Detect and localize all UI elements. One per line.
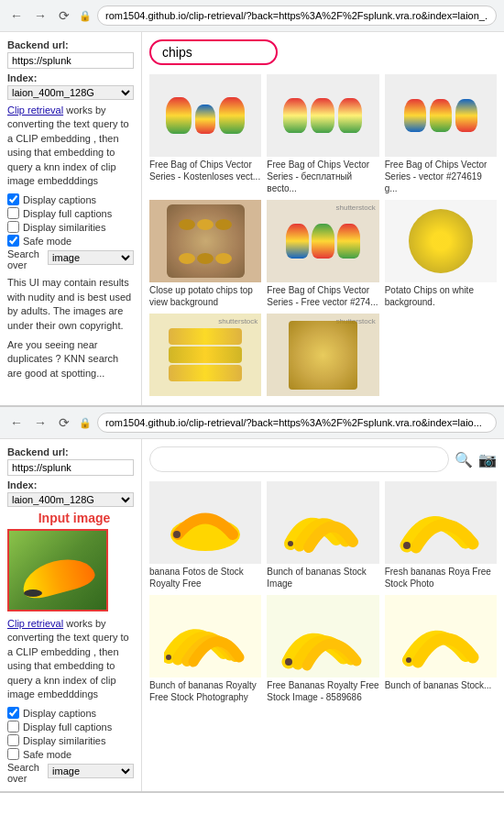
- image-item-2-0[interactable]: banana Fotos de Stock Royalty Free: [149, 481, 261, 589]
- refresh-button-2[interactable]: ⟳: [55, 413, 73, 432]
- forward-button-2[interactable]: →: [31, 413, 49, 432]
- safe-mode-row-1: Safe mode: [7, 235, 134, 247]
- image-item-1-7[interactable]: shutterstock: [267, 314, 378, 398]
- display-captions-row-2: Display captions: [7, 707, 134, 719]
- image-thumbnail-2-3: [149, 595, 261, 677]
- lock-icon-1: 🔒: [79, 10, 92, 22]
- image-caption-2-3: Bunch of bananas Royalty Free Stock Phot…: [149, 679, 261, 703]
- image-grid-1: Free Bag of Chips Vector Series - Kosten…: [149, 74, 497, 398]
- index-select-1[interactable]: laion_400m_128G: [7, 85, 134, 100]
- sidebar-2: Backend url: Index: laion_400m_128G Inpu…: [0, 439, 142, 791]
- image-item-1-1[interactable]: Free Bag of Chips Vector Series - беспла…: [267, 74, 378, 194]
- index-label-1: Index:: [7, 72, 134, 83]
- image-caption-1-4: Free Bag of Chips Vector Series - Free v…: [267, 284, 378, 308]
- svg-point-4: [166, 655, 171, 660]
- back-button-1[interactable]: ←: [7, 6, 26, 25]
- camera-button-2[interactable]: 📷: [478, 451, 497, 468]
- search-button-2[interactable]: 🔍: [455, 451, 473, 468]
- image-item-1-6[interactable]: shutterstock: [149, 314, 261, 398]
- display-similarities-label-2: Display similarities: [23, 735, 105, 746]
- image-caption-2-2: Fresh bananas Roya Free Stock Photo: [385, 566, 497, 589]
- back-button-2[interactable]: ←: [7, 413, 26, 432]
- image-item-1-4[interactable]: shutterstock Free Bag of Chips Vector Se…: [267, 200, 378, 308]
- search-over-label-2: Search over: [7, 762, 44, 784]
- input-image-thumbnail[interactable]: [7, 529, 108, 611]
- image-thumbnail-1-2: [385, 74, 497, 157]
- section-2: Backend url: Index: laion_400m_128G Inpu…: [0, 439, 504, 793]
- search-over-select-2[interactable]: image: [48, 764, 134, 778]
- display-full-captions-checkbox-2[interactable]: [7, 721, 19, 732]
- image-thumbnail-1-4: shutterstock: [267, 200, 378, 282]
- url-bar-2[interactable]: [97, 413, 497, 433]
- image-thumbnail-2-2: [385, 481, 497, 564]
- display-similarities-label-1: Display similarities: [23, 222, 105, 233]
- search-over-label-1: Search over: [7, 248, 44, 270]
- image-thumbnail-1-1: [267, 74, 378, 157]
- safe-mode-checkbox-1[interactable]: [7, 235, 19, 247]
- display-similarities-checkbox-2[interactable]: [7, 734, 19, 746]
- browser-bar-1: ← → ⟳ 🔒: [0, 0, 504, 32]
- search-input-1[interactable]: [149, 39, 278, 65]
- search-over-select-1[interactable]: image: [48, 250, 134, 265]
- backend-input-1[interactable]: [7, 52, 134, 69]
- display-captions-checkbox-1[interactable]: [7, 193, 19, 205]
- index-select-2[interactable]: laion_400m_128G: [7, 492, 134, 507]
- url-bar-1[interactable]: [97, 6, 497, 26]
- image-item-1-3[interactable]: Close up potato chips top view backgroun…: [149, 200, 261, 308]
- display-full-captions-label-1: Display full captions: [23, 208, 112, 219]
- svg-point-1: [173, 531, 181, 538]
- svg-point-3: [403, 542, 411, 549]
- image-thumbnail-1-5: [385, 200, 497, 282]
- display-captions-label-2: Display captions: [23, 708, 96, 719]
- display-captions-checkbox-2[interactable]: [7, 707, 19, 719]
- clip-link-2[interactable]: Clip retrieval: [7, 618, 63, 629]
- display-similarities-checkbox-1[interactable]: [7, 221, 19, 233]
- display-similarities-row-1: Display similarities: [7, 221, 134, 233]
- input-image-label: Input image: [15, 511, 134, 525]
- image-caption-1-3: Close up potato chips top view backgroun…: [149, 284, 261, 308]
- clip-description-2: Clip retrieval works by converting the t…: [7, 617, 134, 701]
- safe-mode-label-2: Safe mode: [23, 749, 71, 760]
- image-item-2-4[interactable]: Free Bananas Royalty Free Stock Image - …: [267, 595, 378, 703]
- svg-point-2: [288, 541, 293, 546]
- display-captions-row-1: Display captions: [7, 193, 134, 205]
- image-item-2-5[interactable]: Bunch of bananas Stock...: [385, 595, 497, 703]
- safe-mode-row-2: Safe mode: [7, 748, 134, 760]
- display-full-captions-row-1: Display full captions: [7, 207, 134, 219]
- image-item-1-2[interactable]: Free Bag of Chips Vector Series - vector…: [385, 74, 497, 194]
- search-bar-top-2: 🔍 📷: [149, 446, 497, 472]
- image-item-2-2[interactable]: Fresh bananas Roya Free Stock Photo: [385, 481, 497, 589]
- forward-button-1[interactable]: →: [31, 6, 49, 25]
- image-caption-2-4: Free Bananas Royalty Free Stock Image - …: [267, 679, 378, 703]
- display-captions-label-1: Display captions: [23, 194, 96, 205]
- safe-mode-checkbox-2[interactable]: [7, 748, 19, 760]
- svg-point-5: [285, 658, 292, 666]
- image-caption-1-0: Free Bag of Chips Vector Series - Kosten…: [149, 159, 261, 182]
- sidebar-1: Backend url: Index: laion_400m_128G Clip…: [0, 32, 142, 405]
- display-similarities-row-2: Display similarities: [7, 734, 134, 746]
- image-thumbnail-1-0: [149, 74, 261, 157]
- refresh-button-1[interactable]: ⟳: [55, 6, 73, 25]
- image-item-1-5[interactable]: Potato Chips on white background.: [385, 200, 497, 308]
- image-thumbnail-1-7: shutterstock: [267, 314, 378, 396]
- clip-link-1[interactable]: Clip retrieval: [7, 105, 63, 116]
- image-item-1-0[interactable]: Free Bag of Chips Vector Series - Kosten…: [149, 74, 261, 194]
- display-full-captions-checkbox-1[interactable]: [7, 207, 19, 219]
- backend-label-2: Backend url:: [7, 446, 134, 457]
- backend-input-2[interactable]: [7, 459, 134, 476]
- image-item-2-3[interactable]: Bunch of bananas Royalty Free Stock Phot…: [149, 595, 261, 703]
- lock-icon-2: 🔒: [79, 417, 92, 429]
- image-caption-1-5: Potato Chips on white background.: [385, 284, 497, 308]
- display-full-captions-label-2: Display full captions: [23, 721, 112, 732]
- image-item-2-1[interactable]: Bunch of bananas Stock Image: [267, 481, 378, 589]
- search-input-2[interactable]: [149, 446, 449, 472]
- browser-bar-2: ← → ⟳ 🔒: [0, 407, 504, 439]
- index-label-2: Index:: [7, 479, 134, 490]
- image-caption-2-0: banana Fotos de Stock Royalty Free: [149, 566, 261, 589]
- search-bar-top-1: [149, 39, 497, 65]
- duplicates-text-1: Are you seeing near duplicates ? KNN sea…: [7, 338, 134, 380]
- safe-mode-label-1: Safe mode: [23, 236, 71, 247]
- image-thumbnail-1-3: [149, 200, 261, 282]
- main-content-1: Free Bag of Chips Vector Series - Kosten…: [142, 32, 504, 405]
- image-thumbnail-1-6: shutterstock: [149, 314, 261, 396]
